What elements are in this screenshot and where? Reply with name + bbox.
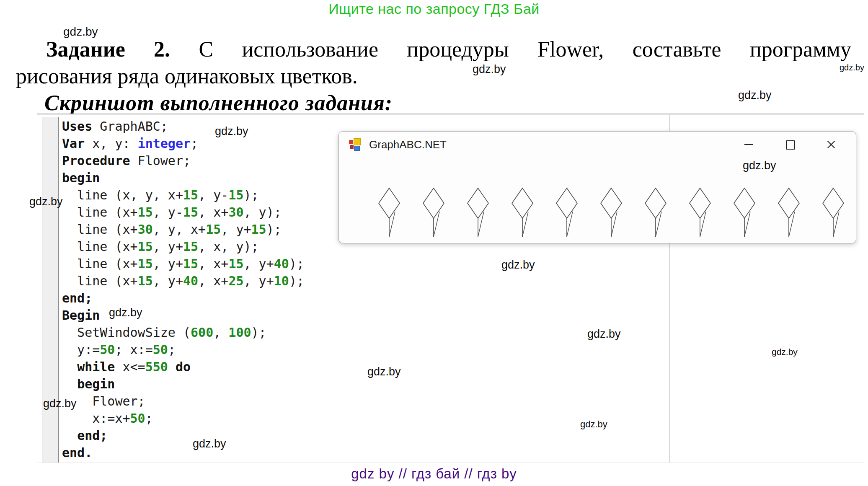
task-line-2: рисования ряда одинаковых цветков.	[16, 63, 851, 90]
screenshot-top-border	[37, 114, 864, 115]
top-banner-text: Ищите нас по запросу ГДЗ Бай	[0, 1, 868, 17]
code-line: begin	[62, 375, 304, 393]
minimize-icon[interactable]	[744, 139, 754, 150]
flower-drawing	[555, 187, 580, 238]
code-line: x:=x+50;	[62, 410, 304, 427]
screenshot-bottom-border	[37, 463, 864, 463]
task-line-1-text: С использование процедуры Flower, состав…	[170, 37, 851, 61]
code-line: Var x, y: integer;	[62, 135, 304, 152]
gdz-watermark: gdz.by	[501, 259, 535, 271]
window-title: GraphABC.NET	[369, 138, 447, 151]
code-line: SetWindowSize (600, 100);	[62, 324, 304, 341]
code-line: line (x+15, y-15, x+30, y);	[62, 204, 304, 221]
flower-drawing	[688, 187, 713, 238]
flower-drawing	[599, 187, 625, 238]
gdz-watermark: gdz.by	[580, 419, 607, 430]
graphabc-window: GraphABC.NET	[338, 131, 856, 243]
gdz-watermark: gdz.by	[738, 89, 772, 102]
task-paragraph: Задание 2. С использование процедуры Flo…	[16, 36, 851, 90]
window-controls	[744, 132, 837, 158]
flower-drawing	[466, 187, 491, 238]
gdz-watermark: gdz.by	[43, 397, 77, 410]
code-line: Procedure Flower;	[62, 152, 304, 169]
gdz-watermark: gdz.by	[840, 63, 864, 72]
code-line: Uses GraphABC;	[62, 118, 304, 135]
gdz-watermark: gdz.by	[215, 125, 248, 138]
screenshot-subheading: Скриншот выполненного задания:	[44, 90, 393, 115]
maximize-icon[interactable]	[785, 139, 796, 150]
footer-text: gdz by // гдз бай // гдз by	[0, 466, 868, 482]
flower-drawing	[377, 187, 403, 238]
code-line: line (x+15, y+40, x+25, y+10);	[62, 272, 304, 290]
task-number-label: Задание 2.	[46, 37, 170, 61]
gdz-watermark: gdz.by	[473, 63, 506, 76]
page: Ищите нас по запросу ГДЗ Бай Задание 2. …	[0, 0, 868, 486]
window-titlebar[interactable]: GraphABC.NET	[339, 132, 856, 158]
gdz-watermark: gdz.by	[772, 347, 798, 357]
code-line: end.	[62, 444, 304, 461]
flower-drawing	[422, 187, 447, 238]
flower-drawing	[644, 187, 669, 238]
code-line: y:=50; x:=50;	[62, 341, 304, 358]
pascalabc-logo-icon	[349, 138, 362, 151]
code-line: line (x+15, y+15, x, y);	[62, 238, 304, 255]
flower-row	[377, 187, 847, 238]
gdz-watermark: gdz.by	[109, 306, 142, 319]
code-line: line (x+30, y, x+15, y+15);	[62, 221, 304, 238]
code-line: Begin	[62, 307, 304, 324]
gdz-watermark: gdz.by	[29, 195, 63, 208]
task-line-1: Задание 2. С использование процедуры Flo…	[16, 36, 851, 63]
code-line: while x<=550 do	[62, 358, 304, 375]
gdz-watermark: gdz.by	[367, 365, 401, 378]
flower-drawing	[822, 187, 847, 238]
editor-gutter	[42, 117, 59, 463]
close-icon[interactable]	[826, 139, 837, 150]
flower-drawing	[777, 187, 802, 238]
gdz-watermark: gdz.by	[193, 437, 226, 450]
flower-drawing	[511, 187, 536, 238]
code-block: Uses GraphABC;Var x, y: integer;Procedur…	[62, 118, 304, 461]
gdz-watermark: gdz.by	[587, 328, 621, 341]
code-line: line (x, y, x+15, y-15);	[62, 186, 304, 204]
flower-drawing	[733, 187, 758, 238]
gdz-watermark: gdz.by	[63, 25, 98, 39]
code-line: end;	[62, 427, 304, 444]
code-line: begin	[62, 169, 304, 186]
code-line: line (x+15, y+15, x+15, y+40);	[62, 255, 304, 272]
code-line: Flower;	[62, 393, 304, 410]
code-line: end;	[62, 290, 304, 307]
gdz-watermark: gdz.by	[743, 159, 776, 172]
